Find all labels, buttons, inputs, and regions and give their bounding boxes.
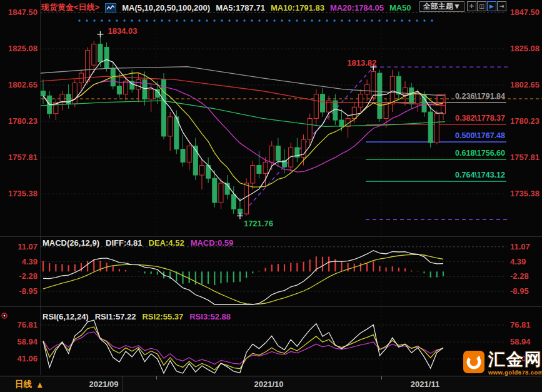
ma-group-label: MA(5,10,20,50,100,200) <box>122 3 210 13</box>
macd-dea-value: DEA:4.52 <box>149 238 184 248</box>
tab-daily-label: 日线 <box>15 379 32 390</box>
month-label: 2021/11 <box>411 379 439 389</box>
brand-logo: 汇金网 www.gold678.com <box>463 351 542 376</box>
month-label: 2021/09 <box>89 379 119 389</box>
symbol-title: 现货黄金<日线> <box>41 2 99 13</box>
ma20-value: MA20:1784.05 <box>330 3 384 13</box>
rsi1-value: RSI1:57.22 <box>95 312 136 321</box>
macd-diff-value: DIFF:4.81 <box>106 238 143 248</box>
tab-daily[interactable]: 日线 ▲ <box>15 379 44 390</box>
chart-toolbar: ✛ ◫ ▶ ⇥ <box>467 1 506 11</box>
chart-canvas[interactable] <box>0 0 542 392</box>
exit-icon[interactable]: ⇥ <box>497 1 506 11</box>
rsi-header: RSI(6,12,24) RSI1:57.22 RSI2:55.37 RSI3:… <box>43 312 231 321</box>
fit-scale-icon[interactable]: ◫ <box>477 1 486 11</box>
macd-header: MACD(26,12,9) DIFF:4.81 DEA:4.52 MACD:0.… <box>43 238 233 248</box>
ma-short-lines <box>43 59 443 201</box>
macd-macd-value: MACD:0.59 <box>191 238 234 248</box>
triangle-up-icon: ▲ <box>36 380 44 389</box>
dotted-resistance-line <box>78 19 433 21</box>
macd-title: MACD(26,12,9) <box>43 238 99 248</box>
scroll-latest-icon[interactable]: ▶ <box>487 1 496 11</box>
bottom-bar: 日线 ▲ 2021/092021/102021/11 <box>0 376 542 392</box>
month-tick <box>381 376 382 379</box>
rsi2-value: RSI2:55.37 <box>142 312 183 321</box>
month-label: 2021/10 <box>254 379 284 389</box>
crosshair-icon[interactable]: ✛ <box>467 1 476 11</box>
logo-name: 汇金网 <box>488 351 542 368</box>
ma50-label: MA50 <box>389 3 411 13</box>
rsi-panel <box>43 320 443 373</box>
logo-url: www.gold678.com <box>488 369 542 376</box>
rsi3-value: RSI3:52.88 <box>189 312 231 321</box>
macd-panel <box>43 251 443 304</box>
rsi-title: RSI(6,12,24) <box>43 312 89 321</box>
theme-dropdown[interactable]: 全部主题▼ <box>419 1 464 12</box>
chart-icon[interactable] <box>105 3 116 13</box>
ma10-value: MA10:1791.83 <box>271 3 324 13</box>
ma5-value: MA5:1787.71 <box>216 3 265 13</box>
chart-app: 现货黄金<日线> MA(5,10,20,50,100,200) MA5:1787… <box>0 0 542 392</box>
chart-header: 现货黄金<日线> MA(5,10,20,50,100,200) MA5:1787… <box>41 2 411 13</box>
tab-separator <box>122 376 123 392</box>
logo-icon <box>463 351 484 373</box>
month-tick <box>156 376 157 379</box>
